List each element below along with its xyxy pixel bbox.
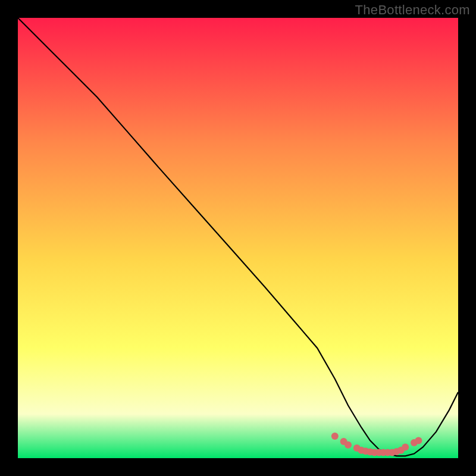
bottleneck-chart <box>0 0 476 476</box>
sweet-spot-point <box>415 437 422 444</box>
sweet-spot-point <box>345 441 352 449</box>
watermark-text: TheBottleneck.com <box>355 2 470 18</box>
sweet-spot-point <box>402 444 409 451</box>
chart-stage: TheBottleneck.com <box>0 0 476 476</box>
sweet-spot-point <box>331 433 339 440</box>
